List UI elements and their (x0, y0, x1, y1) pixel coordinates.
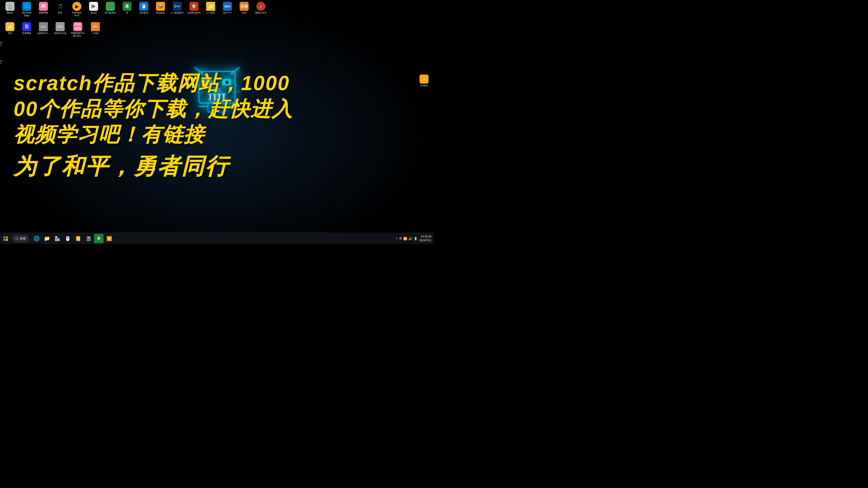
desktop-icons-top-row: 🗑️ 回收站 🌐 MicrosoftEdge 哔 哔哩哔哩 🎵 抖音 ▶ Pot… (0, 0, 434, 19)
taskbar-record-icon[interactable]: 录 (94, 234, 103, 243)
svg-rect-31 (6, 239, 8, 241)
desktop-background: 🗑️ 回收站 🌐 MicrosoftEdge 哔 哔哩哔哩 🎵 抖音 ▶ Pot… (0, 0, 434, 244)
icon-ledu[interactable]: 乐读 乐读 (236, 1, 252, 15)
wifi-icon: 📶 (403, 237, 407, 240)
taskbar-unknown1-icon[interactable]: 📒 (73, 234, 83, 243)
taskbar-right-tray: ∧ 英 📶 🔊 🔋 23:33:39 2024/7/11 (396, 235, 434, 242)
icon-lumi[interactable]: 🖱️ 乐米按师 (135, 1, 152, 15)
svg-rect-17 (232, 74, 233, 74)
taskbar-edge-icon[interactable]: 🌐 (32, 234, 41, 243)
icon-edge[interactable]: 🌐 MicrosoftEdge (19, 1, 35, 18)
svg-rect-18 (198, 85, 198, 86)
volume-icon: 🔊 (408, 237, 412, 240)
tray-arrow[interactable]: ∧ (396, 237, 398, 240)
clock-date: 2024/7/11 (419, 238, 431, 242)
desktop-icons-row2: 📁 作品 百 百度网盘 IMG splash1.b... PNG splash1… (0, 20, 434, 39)
svg-text:S: S (423, 78, 425, 80)
taskbar-start-button[interactable] (0, 233, 11, 244)
icon-official-mini[interactable]: 🎮 官方版迷你 (102, 1, 119, 15)
taskbar-lumi-icon[interactable]: 🖱️ (63, 234, 72, 243)
svg-rect-25 (92, 4, 92, 8)
icon-recycle-bin[interactable]: 🗑️ 回收站 (2, 1, 18, 15)
icon-cpp-basic[interactable]: C++ c++基础软件 (169, 1, 185, 15)
tray-lang[interactable]: 英 (399, 236, 402, 240)
icon-potplayer[interactable]: ▶ PotPlayer64 bi (69, 1, 85, 18)
clock-time: 23:33:39 (419, 235, 431, 238)
taskbar: 搜索 🌐 📁 🏪 🖱️ 📒 📓 录 ▶️ ∧ 英 📶 🔊 🔋 23:33:39 … (0, 233, 434, 244)
icon-cpp-folder[interactable]: 📁 c++提高 (203, 1, 219, 15)
taskbar-center-icons: 🌐 📁 🏪 🖱️ 📒 📓 录 ▶️ (32, 234, 114, 243)
svg-marker-24 (93, 4, 95, 8)
svg-rect-29 (6, 236, 8, 238)
svg-rect-0 (199, 71, 235, 103)
svg-line-33 (18, 239, 19, 240)
battery-icon: 🔋 (414, 237, 417, 240)
icon-tiktok[interactable]: 🎵 抖音 (52, 1, 68, 15)
icon-bilibili-splash[interactable]: 哔哩哔哩 哔哩哔哩开头展示页s... (69, 21, 87, 38)
promo-line4: 为了和平，勇者同行 (13, 153, 421, 179)
icon-netease-music[interactable]: ♪ 网易云音乐 (253, 1, 269, 15)
icon-fire-safe[interactable]: 🛡️ 火绒安全软件 (186, 1, 202, 15)
svg-rect-13 (208, 103, 226, 112)
svg-rect-28 (3, 236, 5, 238)
taskbar-search-label: 搜索 (20, 236, 26, 240)
svg-rect-16 (201, 74, 202, 74)
svg-point-32 (16, 237, 18, 239)
icon-label-recycle-bin: 回收站 (6, 11, 13, 14)
svg-rect-19 (236, 85, 236, 86)
icon-jdcast[interactable]: jdcast (86, 1, 102, 15)
icon-mp3[interactable]: MP3 1.mp3 (87, 21, 103, 35)
svg-rect-30 (3, 239, 5, 241)
svg-rect-7 (214, 88, 220, 92)
icon-splash1png[interactable]: PNG splash1.png (52, 21, 68, 35)
system-clock[interactable]: 23:33:39 2024/7/11 (419, 235, 431, 242)
taskbar-potplayer-icon[interactable]: ▶️ (104, 234, 114, 243)
taskbar-search-bar[interactable]: 搜索 (12, 235, 29, 242)
icon-folder-works[interactable]: 📁 作品 (2, 21, 18, 35)
icon-bilibili[interactable]: 哔 哔哩哔哩 (35, 1, 52, 15)
svg-rect-5 (206, 80, 209, 84)
icon-screen-record[interactable]: 录 录 (119, 1, 135, 15)
icon-bandizip[interactable]: 📦 Bandizip (152, 1, 168, 15)
tiger-figure (181, 67, 253, 153)
left-partial-icons: P33 P33 (0, 42, 4, 64)
taskbar-explorer-icon[interactable]: 📁 (42, 234, 52, 243)
icon-dev-cpp[interactable]: DEV Dev-C++ (219, 1, 236, 15)
scratch-label: Scratch (420, 84, 428, 87)
sys-tray: ∧ 英 📶 🔊 🔋 (396, 236, 417, 240)
taskbar-store-icon[interactable]: 🏪 (53, 234, 62, 243)
taskbar-onenote-icon[interactable]: 📓 (84, 234, 93, 243)
icon-scratch[interactable]: S Scratch (416, 74, 432, 87)
icon-baidu-disk[interactable]: 百 百度网盘 (19, 21, 35, 35)
icon-splash1b[interactable]: IMG splash1.b... (35, 21, 52, 35)
svg-rect-6 (225, 80, 228, 84)
